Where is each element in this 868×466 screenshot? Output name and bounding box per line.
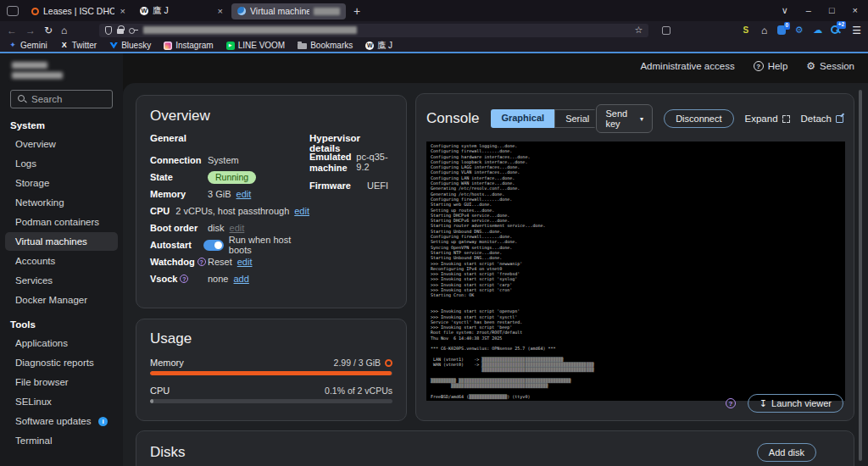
bookmark-item[interactable]: Bookmarks [298, 41, 353, 50]
sidebar-item[interactable]: Logs [5, 154, 118, 173]
sidebar-item[interactable]: System [0, 115, 123, 135]
sidebar-item-label: Terminal [15, 435, 52, 446]
console-help-icon[interactable]: ? [726, 398, 736, 408]
tab-wordpress[interactable]: W 鷹 J × [134, 3, 229, 19]
reload-icon[interactable]: ↻ [44, 25, 53, 36]
emulated-machine-row: Emulated machine pc-q35-9.2 [309, 152, 392, 174]
session-menu[interactable]: ⚙ Session [806, 60, 854, 72]
sidebar-item[interactable]: Software updates i [5, 412, 118, 430]
state-badge: Running [208, 171, 256, 184]
save-page-icon[interactable] [662, 26, 670, 35]
sidebar-item[interactable]: Overview [5, 135, 118, 153]
connection-row: Connection System [150, 152, 309, 169]
lock-icon[interactable] [117, 29, 124, 34]
bookmark-label: LINE VOOM [238, 41, 286, 50]
extension-icon[interactable]: S [740, 25, 751, 36]
bookmark-item[interactable]: X Twitter [60, 41, 97, 50]
sidebar-item[interactable]: Podman containers [5, 213, 118, 231]
forward-icon[interactable]: → [25, 25, 36, 36]
bookmark-item[interactable]: W 鷹 J [365, 40, 392, 52]
restore-icon[interactable]: □ [829, 5, 835, 16]
bookmark-item[interactable]: Bluesky [109, 41, 151, 50]
help-menu[interactable]: ? Help [754, 61, 788, 71]
extension-icon[interactable]: ⚙ [793, 25, 804, 36]
tracking-shield-icon[interactable] [105, 26, 112, 35]
sidebar-item-label: Podman containers [15, 217, 99, 227]
boot-order-row: Boot order disk edit [150, 219, 309, 236]
sidebar-search[interactable]: Search [10, 90, 113, 108]
sidebar-item-label: Tools [10, 319, 36, 330]
redacted-hostname [314, 8, 341, 15]
new-tab-button[interactable]: + [353, 4, 360, 18]
watchdog-help-icon[interactable]: ? [198, 258, 206, 266]
panel-scrollbar[interactable] [859, 90, 862, 461]
hamburger-menu-icon[interactable]: ☰ [852, 25, 861, 36]
bookmark-star-icon[interactable]: ☆ [634, 25, 643, 36]
cpu-usage-bar [150, 399, 392, 403]
search-placeholder: Search [31, 94, 62, 104]
send-key-button[interactable]: Send key ▾ [596, 104, 653, 133]
sidebar-item[interactable]: File browser [5, 373, 118, 391]
tab-virtual-machines[interactable]: Virtual machines - [231, 3, 346, 19]
memory-edit-link[interactable]: edit [236, 189, 252, 199]
sidebar-item-label: Docker Manager [15, 295, 87, 305]
sidebar-item[interactable]: Services [5, 271, 118, 290]
cockpit-app: Search System Overview Logs [0, 53, 868, 466]
firmware-row: Firmware UEFI [309, 180, 392, 191]
general-section-title: General [150, 133, 309, 152]
list-tabs-icon[interactable]: ∨ [782, 5, 788, 16]
sidebar-item-label: SELinux [15, 397, 52, 407]
saved-password-key-icon[interactable] [129, 27, 138, 34]
close-tab-icon[interactable]: × [120, 6, 125, 16]
url-bar[interactable]: ☆ [99, 24, 648, 37]
memory-row: Memory 3 GiB edit [150, 186, 309, 202]
firefox-view-icon[interactable] [7, 6, 19, 16]
sidebar-item[interactable]: Virtual machines [5, 232, 118, 251]
cpu-edit-link[interactable]: edit [294, 206, 309, 216]
sidebar-item[interactable]: Tools [0, 314, 123, 334]
bookmark-item[interactable]: Instagram [164, 41, 213, 50]
sidebar-item-label: Software updates [15, 416, 92, 426]
memory-usage-row: Memory 2.99 / 3 GiB [150, 358, 392, 368]
home-icon[interactable]: ⌂ [61, 25, 67, 36]
autostart-toggle[interactable] [203, 240, 224, 251]
extension-icon[interactable]: ⌂ [759, 25, 770, 36]
add-disk-button[interactable]: Add disk [757, 443, 816, 462]
sidebar-item-label: Accounts [15, 256, 55, 266]
sidebar-item-label: Virtual machines [15, 236, 87, 247]
cpu-usage-row: CPU 0.1% of 2 vCPUs [150, 386, 392, 396]
sidebar-item[interactable]: Docker Manager [5, 291, 118, 309]
extension-icon[interactable]: +2 [831, 25, 842, 36]
tab-leases[interactable]: Leases | ISC DHCPv4 | Services | × [25, 3, 131, 19]
minimize-icon[interactable]: – [806, 5, 811, 16]
sidebar-item[interactable]: Networking [5, 193, 118, 212]
sidebar-item[interactable]: Accounts [5, 252, 118, 270]
sidebar-item-label: Networking [15, 197, 64, 208]
extension-icon[interactable]: 0 [777, 25, 786, 35]
bookmark-item[interactable]: ▶ LINE VOOM [226, 41, 286, 50]
serial-toggle[interactable]: Serial [554, 109, 596, 128]
launch-viewer-button[interactable]: ↧ Launch viewer [748, 394, 843, 413]
close-tab-icon[interactable]: × [218, 6, 223, 16]
disconnect-button[interactable]: Disconnect [664, 109, 733, 128]
graphical-toggle[interactable]: Graphical [491, 109, 554, 128]
sidebar-item[interactable]: Storage [5, 174, 118, 192]
extension-toolbar: S ⌂ 0 ⚙ ☁ [740, 25, 842, 36]
back-icon[interactable]: ← [7, 25, 17, 36]
detach-button[interactable]: Detach [801, 114, 843, 124]
vsock-add-link[interactable]: add [233, 274, 248, 284]
bookmark-item[interactable]: ✦ Gemini [8, 41, 47, 50]
disks-card: Disks Add disk [136, 430, 854, 466]
extension-icon[interactable]: ☁ [812, 25, 823, 36]
sidebar-item[interactable]: SELinux [5, 392, 118, 411]
expand-button[interactable]: Expand [745, 114, 790, 124]
sidebar-item[interactable]: Diagnostic reports [5, 353, 118, 372]
watchdog-edit-link[interactable]: edit [237, 257, 253, 267]
vsock-help-icon[interactable]: ? [180, 275, 188, 283]
sidebar-item-label: File browser [15, 377, 69, 387]
sidebar-item[interactable]: Applications [5, 334, 118, 352]
sidebar-item[interactable]: Terminal [5, 431, 118, 450]
administrative-access-button[interactable]: Administrative access [640, 61, 734, 71]
vm-console-screen[interactable]: Configuring system logging...done.Config… [426, 141, 845, 401]
close-window-icon[interactable]: × [853, 5, 858, 16]
